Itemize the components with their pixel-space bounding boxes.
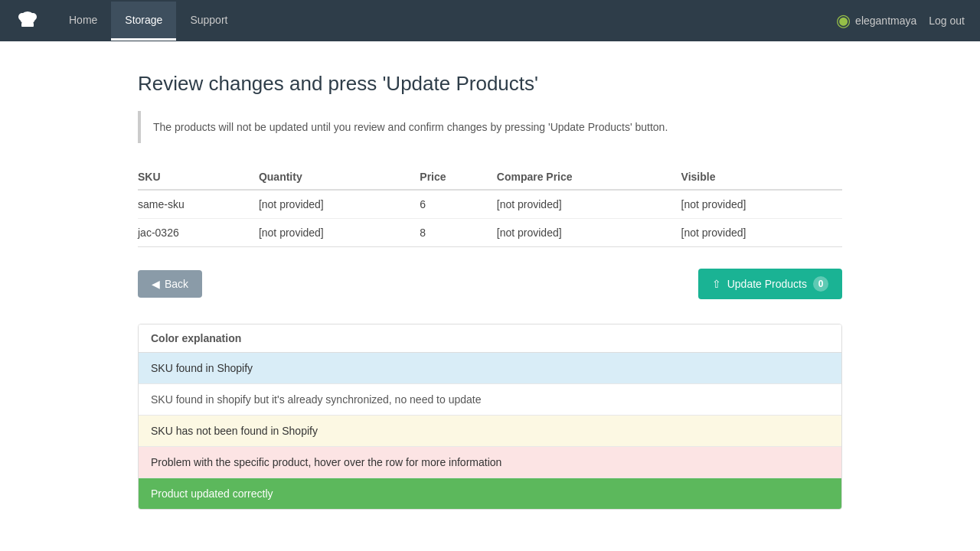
navbar-links: Home Storage Support	[55, 2, 241, 41]
svg-rect-3	[21, 23, 34, 27]
cell-quantity: [not provided]	[259, 219, 420, 247]
color-explanation-title: Color explanation	[139, 324, 841, 353]
svg-point-1	[18, 13, 26, 21]
notice-text: The products will not be updated until y…	[153, 121, 668, 133]
table-row: same-sku [not provided] 6 [not provided]…	[138, 190, 842, 219]
color-explanation-item: SKU found in shopify but it's already sy…	[139, 384, 841, 416]
update-icon: ⇧	[712, 278, 721, 290]
cell-compare-price: [not provided]	[497, 219, 681, 247]
products-table: SKU Quantity Price Compare Price Visible…	[138, 165, 842, 247]
app-logo	[15, 8, 40, 34]
navbar: Home Storage Support ◉ elegantmaya Log o…	[0, 0, 980, 41]
cell-sku: same-sku	[138, 190, 259, 219]
logout-button[interactable]: Log out	[929, 15, 965, 27]
col-header-price: Price	[420, 165, 496, 190]
store-name: elegantmaya	[855, 15, 916, 27]
button-row: ◀ Back ⇧ Update Products 0	[138, 269, 842, 299]
main-content: Review changes and press 'Update Product…	[0, 41, 980, 551]
cell-visible: [not provided]	[681, 219, 842, 247]
notice-box: The products will not be updated until y…	[138, 111, 842, 143]
cell-compare-price: [not provided]	[497, 190, 681, 219]
cell-quantity: [not provided]	[259, 190, 420, 219]
col-header-compare-price: Compare Price	[497, 165, 681, 190]
nav-support[interactable]: Support	[176, 2, 241, 41]
navbar-right: ◉ elegantmaya Log out	[836, 11, 965, 31]
update-label: Update Products	[727, 278, 807, 290]
back-icon: ◀	[152, 278, 160, 290]
color-explanation: Color explanation SKU found in ShopifySK…	[138, 324, 842, 510]
store-info: ◉ elegantmaya	[836, 11, 916, 31]
shopify-icon: ◉	[836, 11, 851, 31]
nav-storage[interactable]: Storage	[111, 2, 176, 41]
back-button[interactable]: ◀ Back	[138, 270, 202, 298]
page-title: Review changes and press 'Update Product…	[138, 72, 842, 96]
update-badge: 0	[813, 276, 828, 292]
col-header-quantity: Quantity	[259, 165, 420, 190]
col-header-visible: Visible	[681, 165, 842, 190]
svg-point-2	[29, 13, 37, 21]
color-explanation-item: Problem with the specific product, hover…	[139, 447, 841, 478]
col-header-sku: SKU	[138, 165, 259, 190]
table-row: jac-0326 [not provided] 8 [not provided]…	[138, 219, 842, 247]
cell-sku: jac-0326	[138, 219, 259, 247]
color-explanation-item: SKU found in Shopify	[139, 353, 841, 384]
update-products-button[interactable]: ⇧ Update Products 0	[698, 269, 842, 299]
color-explanation-item: Product updated correctly	[139, 478, 841, 509]
cell-price: 8	[420, 219, 496, 247]
back-label: Back	[165, 278, 188, 290]
cell-price: 6	[420, 190, 496, 219]
cell-visible: [not provided]	[681, 190, 842, 219]
color-explanation-item: SKU has not been found in Shopify	[139, 416, 841, 447]
nav-home[interactable]: Home	[55, 2, 111, 41]
